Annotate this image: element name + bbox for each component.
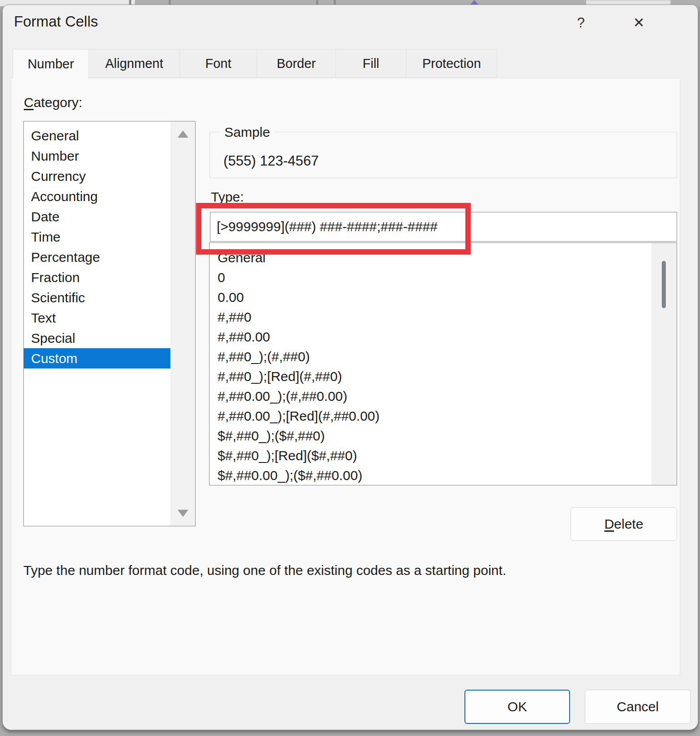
scroll-up-icon[interactable] xyxy=(178,130,188,138)
format-code-item[interactable]: #,##0_);[Red](#,##0) xyxy=(210,367,677,386)
cancel-button[interactable]: Cancel xyxy=(585,690,691,724)
format-code-item[interactable]: $#,##0.00_);($#,##0.00) xyxy=(210,466,677,485)
sample-label: Sample xyxy=(220,125,275,140)
dialog-description: Type the number format code, using one o… xyxy=(23,563,608,578)
ribbon-fragment xyxy=(169,0,171,4)
tab[interactable]: Fill xyxy=(335,49,406,78)
scrollbar-thumb[interactable] xyxy=(662,261,666,308)
format-code-list: General00.00#,##0#,##0.00#,##0_);(#,##0)… xyxy=(209,242,677,485)
ribbon-fragment xyxy=(316,0,318,4)
ok-button[interactable]: OK xyxy=(464,690,570,724)
format-code-item[interactable]: 0 xyxy=(210,268,677,287)
sample-value: (555) 123-4567 xyxy=(223,153,319,169)
format-code-item[interactable]: $#,##0_);[Red]($#,##0) xyxy=(210,446,677,466)
ribbon-fragment xyxy=(129,0,131,4)
scroll-down-icon[interactable] xyxy=(178,510,188,517)
type-label: Type: xyxy=(211,189,244,205)
category-list: GeneralNumberCurrencyAccountingDateTimeP… xyxy=(23,121,196,526)
ribbon-fragment xyxy=(334,0,336,4)
format-cells-dialog: Format Cells ? ✕ NumberAlignmentFontBord… xyxy=(2,4,698,730)
category-item[interactable]: Percentage xyxy=(24,247,173,267)
sample-groupbox: Sample (555) 123-4567 xyxy=(210,132,677,178)
font-icon-fragment xyxy=(470,0,478,4)
format-code-item[interactable]: #,##0_);(#,##0) xyxy=(210,347,677,367)
category-item[interactable]: Date xyxy=(24,206,173,227)
category-item[interactable]: Custom xyxy=(24,348,173,368)
format-code-item[interactable]: $#,##0_);($#,##0) xyxy=(210,426,677,446)
tab[interactable]: Number xyxy=(13,49,89,79)
category-item[interactable]: General xyxy=(24,126,173,146)
category-item[interactable]: Time xyxy=(24,227,173,247)
close-icon[interactable]: ✕ xyxy=(626,11,652,35)
category-item[interactable]: Currency xyxy=(24,166,173,186)
tab[interactable]: Protection xyxy=(406,49,497,78)
format-code-item[interactable]: #,##0 xyxy=(210,307,677,327)
tab[interactable]: Font xyxy=(179,49,257,78)
delete-button[interactable]: Delete xyxy=(571,507,677,541)
tab[interactable]: Alignment xyxy=(89,49,180,78)
format-code-item[interactable]: 0.00 xyxy=(210,287,677,307)
format-code-item[interactable]: General xyxy=(210,248,677,268)
category-item[interactable]: Accounting xyxy=(24,186,173,206)
format-code-item[interactable]: #,##0.00_);(#,##0.00) xyxy=(210,386,677,406)
dialog-title: Format Cells xyxy=(14,13,98,30)
category-item[interactable]: Text xyxy=(24,308,173,328)
format-code-item[interactable]: #,##0.00 xyxy=(210,327,677,347)
format-list-scrollbar[interactable] xyxy=(651,243,677,485)
tab[interactable]: Border xyxy=(257,49,336,78)
category-item[interactable]: Special xyxy=(24,328,173,348)
category-item[interactable]: Number xyxy=(24,146,173,166)
category-scrollbar[interactable] xyxy=(170,121,195,526)
tab-strip: NumberAlignmentFontBorderFillProtection xyxy=(13,49,497,78)
category-item[interactable]: Scientific xyxy=(24,287,173,308)
format-code-item[interactable]: #,##0.00_);[Red](#,##0.00) xyxy=(210,406,677,426)
type-input[interactable] xyxy=(210,212,677,242)
category-label: Category: xyxy=(24,95,82,110)
help-icon[interactable]: ? xyxy=(568,11,593,35)
category-item[interactable]: Fraction xyxy=(24,267,173,287)
